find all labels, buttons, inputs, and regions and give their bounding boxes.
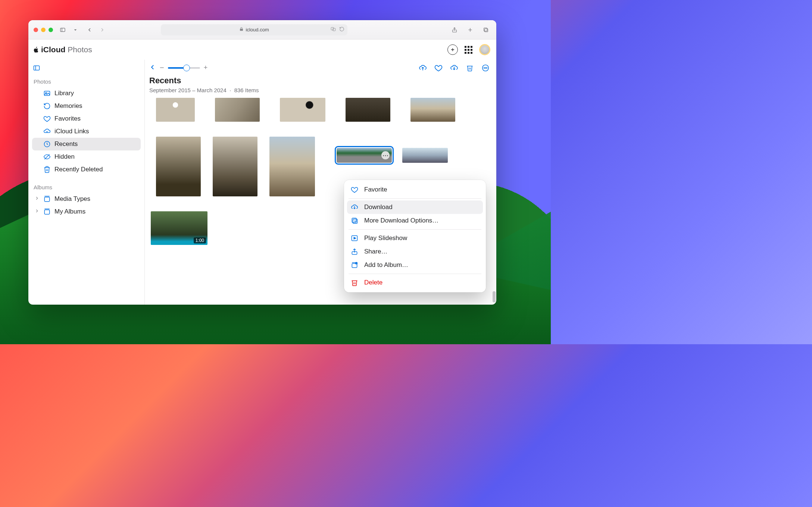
address-bar[interactable]: icloud.com [161,24,347,35]
zoom-slider[interactable] [168,67,200,69]
album-icon [43,195,51,203]
share-button[interactable] [449,25,460,35]
photo-thumb[interactable] [156,137,201,196]
sidebar-label: Favorites [54,115,81,122]
browser-window: icloud.com iCloud Photos [28,20,496,305]
section-label: Photos [68,45,92,54]
delete-icon[interactable] [466,64,474,72]
photo-thumb[interactable] [410,98,455,122]
photo-thumb-selected[interactable]: ⋯ [337,148,392,163]
zoom-in-button[interactable]: + [204,64,208,72]
svg-point-24 [484,68,484,68]
sidebar-item-media-types[interactable]: Media Types [32,193,141,205]
menu-share[interactable]: Share… [347,245,483,258]
download-icon[interactable] [450,64,458,72]
chevron-right-icon [34,195,40,203]
menu-delete[interactable]: Delete [347,276,483,289]
chevron-right-icon [34,208,40,215]
window-controls [34,28,53,32]
sidebar-item-library[interactable]: Library [32,87,141,100]
favorite-icon[interactable] [434,64,443,72]
fullscreen-window-button[interactable] [49,28,53,32]
svg-rect-3 [332,28,335,31]
sidebar-item-recently-deleted[interactable]: Recently Deleted [32,163,141,176]
nav-forward-button[interactable] [97,25,107,35]
close-window-button[interactable] [34,28,38,32]
nav-back-button[interactable] [84,25,95,35]
minimize-window-button[interactable] [41,28,46,32]
download-options-icon [351,217,359,224]
tab-dropdown-button[interactable] [72,25,78,35]
sidebar-item-my-albums[interactable]: My Albums [32,205,141,218]
sidebar-item-memories[interactable]: Memories [32,100,141,112]
item-count: 836 Items [234,87,259,93]
app-launcher-button[interactable] [465,46,472,54]
sidebar-label: Recents [54,140,78,148]
date-range: September 2015 – March 2024 [149,87,227,93]
sidebar-item-hidden[interactable]: Hidden [32,150,141,163]
svg-rect-17 [44,197,49,202]
main-content: − + Recents September 2015 – March 2024 [145,60,496,305]
upload-icon[interactable] [419,64,427,72]
account-avatar[interactable] [479,44,490,55]
address-host: icloud.com [246,27,269,32]
upload-plus-button[interactable] [447,44,458,55]
hidden-icon [43,153,51,161]
thumb-more-button[interactable]: ⋯ [381,151,390,159]
menu-label: Share… [364,248,387,255]
tabs-overview-button[interactable] [481,25,491,35]
svg-rect-8 [484,28,487,31]
menu-favorite[interactable]: Favorite [347,183,483,196]
photo-thumb[interactable] [269,137,315,196]
reload-icon[interactable] [339,27,344,33]
scrollbar-thumb[interactable] [493,291,496,302]
sidebar: Photos Library Memories Favorites iCloud… [28,60,145,305]
photo-thumb[interactable] [213,137,257,196]
menu-download[interactable]: Download [347,200,483,214]
menu-slideshow[interactable]: Play Slideshow [347,231,483,245]
sidebar-label: My Albums [54,208,85,215]
sidebar-item-favorites[interactable]: Favorites [32,112,141,125]
menu-add-album[interactable]: Add to Album… [347,258,483,272]
new-tab-button[interactable] [465,25,475,35]
translate-icon[interactable] [330,27,336,33]
content-toolbar: − + [145,60,496,74]
memories-icon [43,102,51,110]
more-icon[interactable] [481,64,490,72]
menu-label: Play Slideshow [364,234,407,242]
zoom-control: − + [160,63,207,72]
share-icon [351,248,359,255]
photo-thumb[interactable] [156,98,195,122]
back-button[interactable] [149,64,156,72]
apple-logo-icon [33,46,40,53]
context-menu: Favorite Download More Download Options…… [344,180,486,292]
album-icon [43,208,51,215]
sidebar-item-icloud-links[interactable]: iCloud Links [32,125,141,138]
sidebar-label: Recently Deleted [54,166,103,173]
play-icon [351,234,359,242]
trash-icon [43,166,51,173]
menu-more-download[interactable]: More Download Options… [347,214,483,227]
heart-icon [351,186,359,193]
sidebar-item-recents[interactable]: Recents [32,138,141,150]
sidebar-toggle-button[interactable] [57,25,68,35]
photo-thumb[interactable] [215,98,260,122]
photo-thumb[interactable] [280,98,325,122]
cloud-download-icon [351,203,359,211]
svg-rect-28 [352,218,356,223]
svg-rect-11 [34,66,40,70]
app-title[interactable]: iCloud Photos [33,45,92,54]
sidebar-section-albums: Albums [34,184,141,190]
browser-toolbar: icloud.com [28,20,496,40]
video-duration: 1:00 [194,237,206,243]
svg-rect-2 [331,27,334,30]
heart-icon [43,115,51,122]
content-heading: Recents September 2015 – March 2024 · 83… [145,74,496,95]
sidebar-label: Media Types [54,195,90,203]
photo-thumb[interactable] [346,98,390,122]
sidebar-collapse-button[interactable] [33,64,141,73]
zoom-out-button[interactable]: − [160,63,164,72]
menu-label: Download [364,203,393,211]
photo-thumb[interactable] [402,148,448,163]
video-thumb[interactable]: 1:00 [151,211,207,245]
